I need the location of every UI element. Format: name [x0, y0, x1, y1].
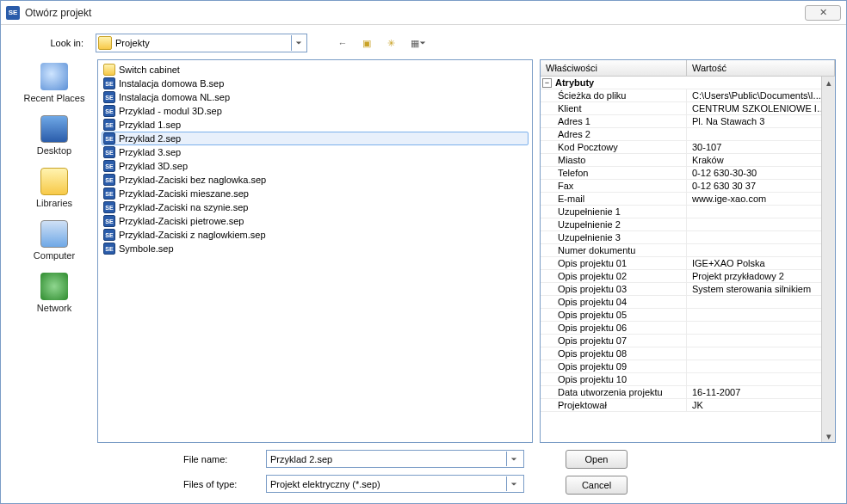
filetype-combo[interactable]: Projekt elektryczny (*.sep) — [266, 475, 524, 493]
property-key: Numer dokumentu — [541, 244, 687, 256]
place-desktop[interactable]: Desktop — [11, 115, 97, 156]
property-row[interactable]: Adres 2 — [541, 128, 835, 141]
property-row[interactable]: Adres 1Pl. Na Stawach 3 — [541, 115, 835, 128]
open-project-dialog: SE Otwórz projekt ✕ Look in: Projekty ← … — [0, 0, 847, 504]
cancel-button[interactable]: Cancel — [566, 476, 628, 495]
filename-label: File name: — [183, 454, 266, 464]
property-row[interactable]: Opis projektu 09 — [541, 360, 835, 373]
file-item[interactable]: SEInstalacja domowa B.sep — [102, 77, 529, 90]
place-label: Computer — [34, 250, 75, 261]
file-item[interactable]: SEInstalacja domowa NL.sep — [102, 90, 529, 104]
properties-column-name[interactable]: Właściwości — [541, 60, 687, 76]
lookin-combo[interactable]: Projekty — [96, 34, 307, 52]
scroll-down-icon[interactable]: ▾ — [823, 430, 835, 442]
property-row[interactable]: Miasto Kraków — [541, 154, 835, 167]
property-row[interactable]: Telefon0-12 630-30-30 — [541, 167, 835, 180]
property-row[interactable]: KlientCENTRUM SZKOLENIOWE IG... — [541, 102, 835, 115]
property-value — [687, 128, 835, 140]
properties-group-label: Atrybuty — [555, 77, 594, 88]
property-row[interactable]: Uzupełnienie 3 — [541, 231, 835, 244]
view-menu-button[interactable]: ▦ — [405, 34, 431, 52]
file-item[interactable]: SEPrzyklad-Zaciski mieszane.sep — [102, 187, 529, 200]
file-item[interactable]: SEPrzyklad-Zaciski z naglowkiem.sep — [102, 228, 529, 242]
file-name: Przyklad 3.sep — [119, 147, 181, 157]
property-key: Telefon — [541, 167, 687, 179]
property-key: Ścieżka do pliku — [541, 89, 687, 101]
file-item[interactable]: SESymbole.sep — [102, 242, 529, 255]
property-row[interactable]: Opis projektu 08 — [541, 347, 835, 360]
property-value: www.ige-xao.com — [687, 193, 835, 205]
sep-file-icon: SE — [103, 105, 115, 117]
place-label: Desktop — [37, 145, 71, 156]
new-folder-icon: ✳ — [387, 38, 395, 49]
property-row[interactable]: Opis projektu 07 — [541, 335, 835, 347]
window-title: Otwórz projekt — [25, 7, 91, 19]
property-row[interactable]: E-mailwww.ige-xao.com — [541, 193, 835, 206]
file-item[interactable]: SEPrzyklad-Zaciski na szynie.sep — [102, 200, 529, 214]
properties-header: Właściwości Wartość — [541, 60, 835, 77]
property-row[interactable]: ProjektowałJK — [541, 399, 835, 412]
property-value: Projekt przykładowy 2 — [687, 270, 835, 282]
property-key: Opis projektu 03 — [541, 283, 687, 295]
up-one-level-button[interactable]: ▣ — [357, 34, 376, 52]
property-row[interactable]: Opis projektu 10 — [541, 373, 835, 386]
property-row[interactable]: Opis projektu 02Projekt przykładowy 2 — [541, 270, 835, 283]
collapse-icon[interactable]: − — [542, 78, 552, 88]
sep-file-icon: SE — [103, 91, 115, 103]
property-row[interactable]: Uzupełnienie 1 — [541, 206, 835, 218]
property-row[interactable]: Numer dokumentu — [541, 244, 835, 257]
property-row[interactable]: Opis projektu 06 — [541, 322, 835, 335]
sep-file-icon: SE — [103, 132, 115, 144]
file-item[interactable]: SEPrzyklad 2.sep — [102, 132, 529, 145]
place-computer[interactable]: Computer — [11, 220, 97, 261]
file-item[interactable]: SEPrzyklad-Zaciski pietrowe.sep — [102, 214, 529, 228]
property-row[interactable]: Opis projektu 03System sterowania silnik… — [541, 283, 835, 296]
sep-file-icon: SE — [103, 146, 115, 158]
property-row[interactable]: Opis projektu 01IGE+XAO Polska — [541, 257, 835, 270]
property-value: Kraków — [687, 154, 835, 166]
property-row[interactable]: Uzupełnienie 2 — [541, 218, 835, 231]
close-button[interactable]: ✕ — [805, 5, 841, 21]
property-row[interactable]: Kod Pocztowy30-107 — [541, 141, 835, 154]
property-key: Uzupełnienie 1 — [541, 206, 687, 218]
property-key: Data utworzenia projektu — [541, 386, 687, 398]
app-icon: SE — [6, 6, 20, 20]
back-button[interactable]: ← — [333, 34, 352, 52]
property-value — [687, 296, 835, 308]
bottom-form: File name: Przyklad 2.sep Files of type:… — [97, 450, 836, 495]
lookin-toolbar: Look in: Projekty ← ▣ ✳ ▦ — [11, 34, 836, 52]
place-libraries[interactable]: Libraries — [11, 168, 97, 208]
file-item[interactable]: SEPrzyklad 3.sep — [102, 145, 529, 159]
file-list[interactable]: Switch cabinetSEInstalacja domowa B.sepS… — [97, 59, 533, 443]
file-name: Przyklad 1.sep — [119, 120, 181, 130]
scroll-up-icon[interactable]: ▴ — [823, 77, 835, 89]
place-recent[interactable]: Recent Places — [11, 63, 97, 103]
property-row[interactable]: Opis projektu 04 — [541, 296, 835, 309]
properties-column-value[interactable]: Wartość — [687, 60, 835, 76]
file-item[interactable]: Switch cabinet — [102, 63, 529, 77]
file-item[interactable]: SEPrzyklad - modul 3D.sep — [102, 104, 529, 118]
properties-body: − Atrybuty Ścieżka do plikuC:\Users\Publ… — [541, 77, 835, 442]
file-item[interactable]: SEPrzyklad 1.sep — [102, 118, 529, 132]
property-row[interactable]: Data utworzenia projektu16-11-2007 — [541, 386, 835, 399]
property-row[interactable]: Fax0-12 630 30 37 — [541, 180, 835, 193]
filename-input[interactable]: Przyklad 2.sep — [266, 450, 524, 468]
open-button[interactable]: Open — [566, 450, 628, 469]
properties-scrollbar[interactable]: ▴ ▾ — [821, 77, 835, 442]
sep-file-icon: SE — [103, 243, 115, 255]
property-row[interactable]: Ścieżka do plikuC:\Users\Public\Document… — [541, 89, 835, 102]
property-value: 16-11-2007 — [687, 386, 835, 398]
sep-file-icon: SE — [103, 187, 115, 200]
place-label: Libraries — [36, 198, 72, 208]
sep-file-icon: SE — [103, 119, 115, 131]
property-value — [687, 373, 835, 385]
file-item[interactable]: SEPrzyklad 3D.sep — [102, 159, 529, 173]
file-item[interactable]: SEPrzyklad-Zaciski bez naglowka.sep — [102, 173, 529, 187]
properties-group-row[interactable]: − Atrybuty — [541, 77, 835, 89]
property-key: E-mail — [541, 193, 687, 205]
new-folder-button[interactable]: ✳ — [381, 34, 400, 52]
property-row[interactable]: Opis projektu 05 — [541, 309, 835, 322]
place-network[interactable]: Network — [11, 273, 97, 313]
property-value — [687, 335, 835, 347]
file-name: Przyklad-Zaciski bez naglowka.sep — [119, 175, 266, 185]
